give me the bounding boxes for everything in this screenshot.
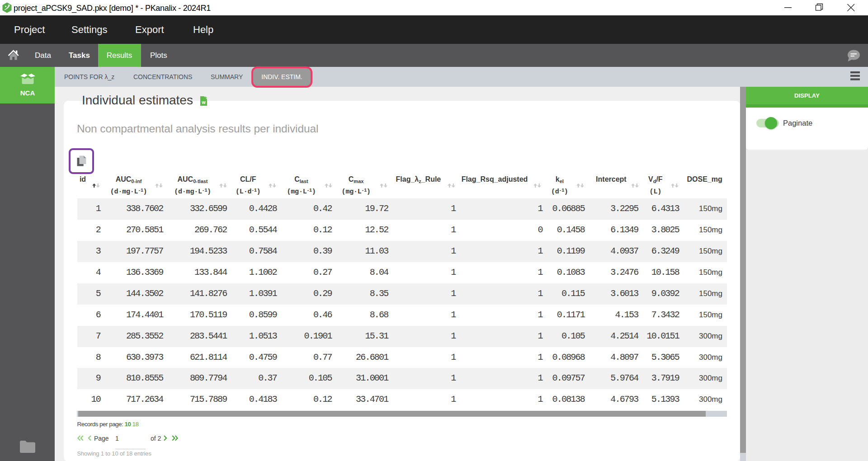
svg-text:w: w — [201, 99, 206, 105]
